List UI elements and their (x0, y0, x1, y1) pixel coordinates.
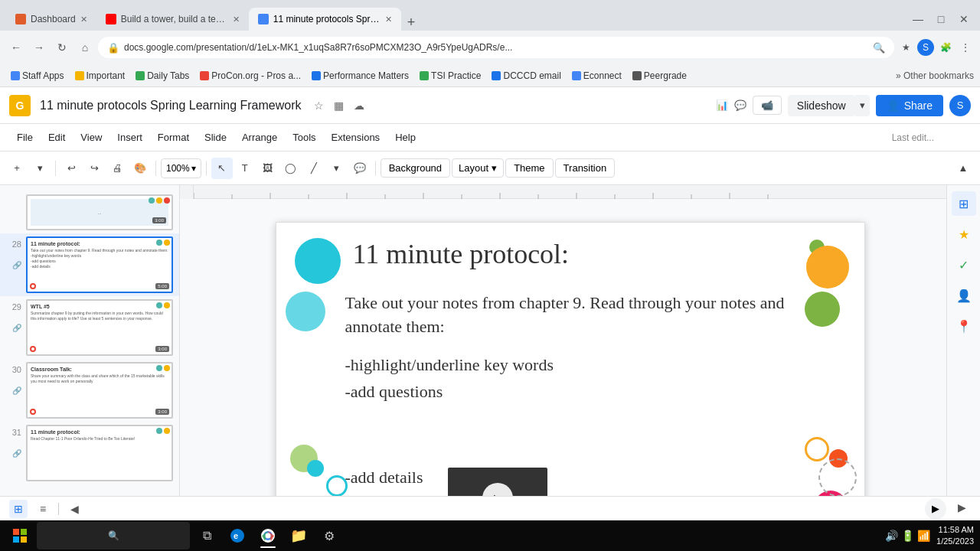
toolbar-insert-button[interactable]: + (6, 158, 28, 179)
list-view-button[interactable]: ≡ (34, 500, 52, 518)
menu-insert[interactable]: Insert (109, 129, 150, 146)
sidebar-person-icon[interactable]: 👤 (952, 283, 976, 308)
zoom-control[interactable]: 100% ▾ (161, 158, 201, 178)
bookmark-procon[interactable]: ProCon.org - Pros a... (195, 69, 305, 83)
comment-icon[interactable]: 💬 (734, 99, 746, 111)
bookmark-icon[interactable]: ★ (897, 39, 914, 56)
bookmark-dcccd[interactable]: DCCCD email (487, 69, 565, 83)
undo-button[interactable]: ↩ (60, 158, 82, 179)
last-edit[interactable]: Last edit... (892, 132, 934, 143)
slide-canvas[interactable]: 11 minute protocol: Take out your notes … (276, 222, 865, 505)
network-icon[interactable]: 🔊 (885, 530, 898, 542)
shape-tool[interactable]: ◯ (280, 158, 302, 179)
redo-button[interactable]: ↪ (83, 158, 105, 179)
select-tool[interactable]: ↖ (211, 158, 233, 179)
bookmarks-more-button[interactable]: » Other bookmarks (896, 70, 974, 81)
toolbar-insert-dropdown[interactable]: ▾ (29, 158, 51, 179)
settings-taskbar-icon: ⚙ (324, 529, 335, 543)
slide-item-30[interactable]: 30 Classroom Talk: Share your summary wi… (0, 359, 179, 422)
volume-icon[interactable]: 🔋 (901, 530, 914, 542)
menu-tools[interactable]: Tools (285, 129, 323, 146)
bookmark-important[interactable]: Important (70, 69, 130, 83)
forward-button[interactable]: → (29, 37, 49, 57)
line-tool[interactable]: ╱ (303, 158, 325, 179)
image-tool[interactable]: 🖼 (257, 158, 279, 179)
bookmark-peergrade[interactable]: Peergrade (628, 69, 691, 83)
menu-view[interactable]: View (73, 129, 109, 146)
sidebar-table-icon[interactable]: ⊞ (952, 191, 976, 216)
home-button[interactable]: ⌂ (75, 37, 95, 57)
search-taskbar-button[interactable]: 🔍 (37, 522, 190, 549)
sidebar-check-icon[interactable]: ✓ (952, 253, 976, 277)
meet-button[interactable]: 📹 (753, 96, 782, 115)
menu-edit[interactable]: Edit (41, 129, 73, 146)
bookmark-tsi[interactable]: TSI Practice (415, 69, 485, 83)
bookmark-performance[interactable]: Performance Matters (307, 69, 413, 83)
present-button[interactable]: ▶ (925, 498, 946, 520)
menu-extensions[interactable]: Extensions (324, 129, 388, 146)
minimize-button[interactable]: — (908, 9, 928, 29)
bookmark-daily-tabs[interactable]: Daily Tabs (131, 69, 194, 83)
paint-format-button[interactable]: 🎨 (129, 158, 151, 179)
sidebar-location-icon[interactable]: 📍 (952, 314, 976, 338)
menu-format[interactable]: Format (150, 129, 197, 146)
tab-close-2[interactable]: ✕ (233, 15, 240, 24)
browser-tab-2[interactable]: Build a tower, build a team | Tom... ✕ (96, 8, 249, 31)
tab-close-3[interactable]: ✕ (385, 15, 392, 24)
task-view-button[interactable]: ⧉ (193, 522, 220, 549)
timer-badge-30: 3:00 (155, 409, 169, 415)
slideshow-button[interactable]: Slideshow (788, 95, 855, 116)
share-button[interactable]: 👤 Share (876, 95, 943, 116)
menu-arrange[interactable]: Arrange (234, 129, 285, 146)
user-avatar[interactable]: S (949, 95, 971, 116)
cloud-icon[interactable]: ☁ (351, 97, 368, 114)
toolbar-collapse-button[interactable]: ▲ (952, 158, 974, 179)
chrome-taskbar[interactable] (254, 522, 282, 549)
refresh-button[interactable]: ↻ (52, 37, 72, 57)
start-button[interactable] (6, 522, 34, 549)
text-tool[interactable]: T (234, 158, 256, 179)
restore-button[interactable]: □ (931, 9, 951, 29)
theme-button[interactable]: Theme (505, 158, 553, 178)
collapse-panel-button[interactable]: ◀ (65, 500, 83, 518)
doc-title[interactable]: 11 minute protocols Spring Learning Fram… (40, 99, 302, 112)
menu-help[interactable]: Help (387, 129, 423, 146)
comment-tool[interactable]: 💬 (349, 158, 371, 179)
layout-button[interactable]: Layout ▾ (452, 158, 504, 178)
more-icon[interactable]: ⋮ (957, 39, 974, 56)
menu-slide[interactable]: Slide (197, 129, 234, 146)
presentation-icon[interactable]: ▦ (331, 97, 348, 114)
close-window-button[interactable]: ✕ (954, 9, 974, 29)
extensions-icon[interactable]: 🧩 (937, 39, 954, 56)
taskbar-clock[interactable]: 11:58 AM 1/25/2023 (936, 524, 974, 548)
battery-icon[interactable]: 📶 (917, 530, 930, 542)
menu-file[interactable]: File (9, 129, 41, 146)
settings-taskbar[interactable]: ⚙ (315, 522, 343, 549)
share-icon: 👤 (887, 99, 900, 112)
edge-taskbar[interactable]: e (224, 522, 251, 549)
slideshow-dropdown-button[interactable]: ▾ (855, 95, 870, 116)
sidebar-star-icon[interactable]: ★ (952, 222, 976, 246)
profile-icon[interactable]: S (917, 39, 934, 56)
browser-tab-3[interactable]: 11 minute protocols Spring Lea... ✕ (249, 8, 401, 31)
browser-tab-1[interactable]: Dashboard ✕ (6, 8, 96, 31)
tab-close-1[interactable]: ✕ (80, 15, 87, 24)
background-button[interactable]: Background (381, 158, 450, 178)
bookmark-econnect[interactable]: Econnect (567, 69, 626, 83)
star-icon[interactable]: ☆ (311, 97, 328, 114)
grid-view-button[interactable]: ⊞ (9, 500, 28, 518)
slide-item-29[interactable]: 29 WTL #5 Summarize chapter 9 by putting… (0, 296, 179, 359)
address-bar[interactable]: 🔒 docs.google.com/presentation/d/1eLx-MK… (98, 37, 894, 58)
slide-item-31[interactable]: 31 11 minute protocol: Read Chapter 11-1… (0, 422, 179, 484)
slide-item-28[interactable]: 28 11 minute protocol: Take out your not… (0, 233, 179, 296)
more-tools[interactable]: ▾ (326, 158, 348, 179)
print-button[interactable]: 🖨 (106, 158, 128, 179)
back-button[interactable]: ← (6, 37, 26, 57)
transition-button[interactable]: Transition (555, 158, 616, 178)
search-icon-header[interactable]: 📊 (716, 99, 728, 111)
file-explorer-taskbar[interactable]: 📁 (285, 522, 312, 549)
slide-item-prev[interactable]: ... 3:00 (0, 191, 179, 233)
new-tab-button[interactable]: + (401, 15, 422, 31)
bookmark-staff-apps[interactable]: Staff Apps (6, 69, 69, 83)
next-slide-button[interactable]: ▶ (952, 498, 971, 517)
